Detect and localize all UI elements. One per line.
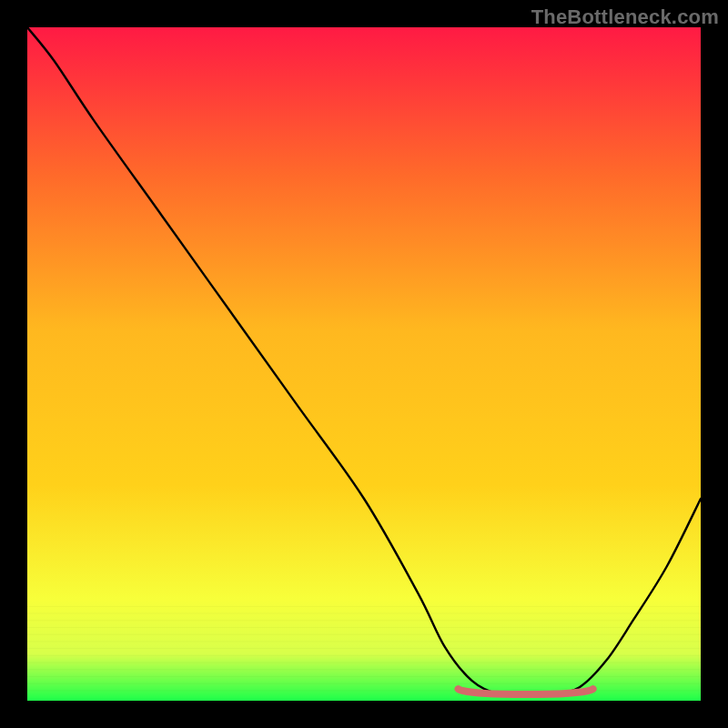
gradient-rect [27, 27, 701, 701]
chart-container: TheBottleneck.com [0, 0, 728, 728]
watermark-text: TheBottleneck.com [531, 5, 719, 29]
gradient-background [27, 27, 701, 701]
plot-area [27, 27, 701, 701]
chart-svg [27, 27, 701, 701]
